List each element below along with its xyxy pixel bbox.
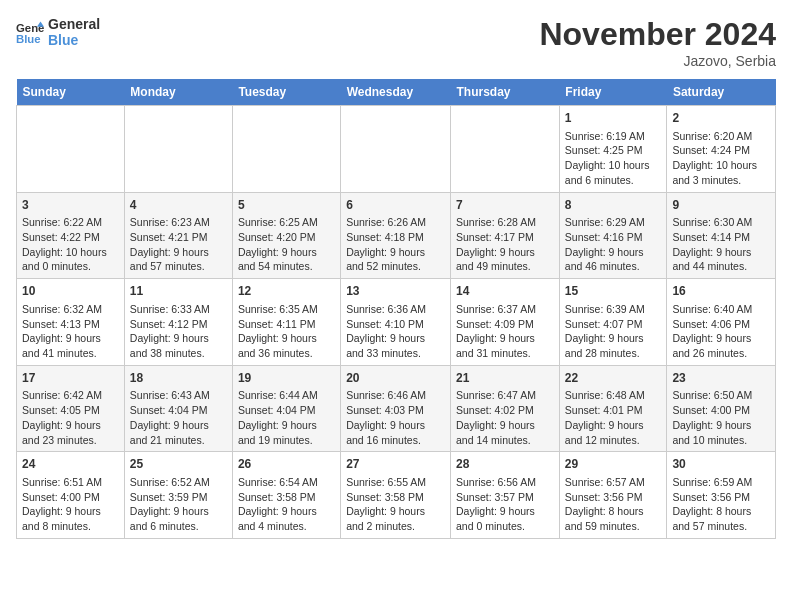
day-info: Daylight: 10 hours and 0 minutes. bbox=[22, 245, 119, 274]
day-info: Sunset: 4:05 PM bbox=[22, 403, 119, 418]
day-number: 18 bbox=[130, 370, 227, 387]
day-info: Daylight: 9 hours and 46 minutes. bbox=[565, 245, 662, 274]
calendar-cell: 27Sunrise: 6:55 AMSunset: 3:58 PMDayligh… bbox=[341, 452, 451, 539]
day-number: 30 bbox=[672, 456, 770, 473]
day-info: Sunrise: 6:39 AM bbox=[565, 302, 662, 317]
calendar-cell: 11Sunrise: 6:33 AMSunset: 4:12 PMDayligh… bbox=[124, 279, 232, 366]
day-info: Sunrise: 6:29 AM bbox=[565, 215, 662, 230]
day-info: Daylight: 10 hours and 3 minutes. bbox=[672, 158, 770, 187]
month-title: November 2024 bbox=[539, 16, 776, 53]
day-number: 27 bbox=[346, 456, 445, 473]
day-info: Sunset: 4:02 PM bbox=[456, 403, 554, 418]
day-info: Daylight: 9 hours and 14 minutes. bbox=[456, 418, 554, 447]
calendar-cell: 21Sunrise: 6:47 AMSunset: 4:02 PMDayligh… bbox=[451, 365, 560, 452]
day-info: Sunrise: 6:20 AM bbox=[672, 129, 770, 144]
day-info: Sunset: 4:04 PM bbox=[238, 403, 335, 418]
day-info: Sunset: 4:20 PM bbox=[238, 230, 335, 245]
logo-line1: General bbox=[48, 16, 100, 32]
calendar-cell: 29Sunrise: 6:57 AMSunset: 3:56 PMDayligh… bbox=[559, 452, 667, 539]
day-info: Sunset: 3:58 PM bbox=[238, 490, 335, 505]
logo-icon: General Blue bbox=[16, 18, 44, 46]
calendar-cell: 5Sunrise: 6:25 AMSunset: 4:20 PMDaylight… bbox=[232, 192, 340, 279]
day-number: 25 bbox=[130, 456, 227, 473]
day-number: 2 bbox=[672, 110, 770, 127]
day-info: Sunrise: 6:50 AM bbox=[672, 388, 770, 403]
day-number: 28 bbox=[456, 456, 554, 473]
day-info: Sunset: 4:16 PM bbox=[565, 230, 662, 245]
day-info: Sunset: 4:04 PM bbox=[130, 403, 227, 418]
day-info: Daylight: 9 hours and 57 minutes. bbox=[130, 245, 227, 274]
day-number: 11 bbox=[130, 283, 227, 300]
calendar-cell: 18Sunrise: 6:43 AMSunset: 4:04 PMDayligh… bbox=[124, 365, 232, 452]
calendar-cell: 30Sunrise: 6:59 AMSunset: 3:56 PMDayligh… bbox=[667, 452, 776, 539]
location: Jazovo, Serbia bbox=[539, 53, 776, 69]
calendar-cell: 25Sunrise: 6:52 AMSunset: 3:59 PMDayligh… bbox=[124, 452, 232, 539]
day-info: Sunrise: 6:32 AM bbox=[22, 302, 119, 317]
day-info: Sunrise: 6:30 AM bbox=[672, 215, 770, 230]
day-info: Sunset: 4:01 PM bbox=[565, 403, 662, 418]
day-number: 26 bbox=[238, 456, 335, 473]
day-info: Sunrise: 6:23 AM bbox=[130, 215, 227, 230]
day-info: Sunrise: 6:47 AM bbox=[456, 388, 554, 403]
day-info: Sunrise: 6:36 AM bbox=[346, 302, 445, 317]
day-number: 20 bbox=[346, 370, 445, 387]
calendar-cell bbox=[451, 106, 560, 193]
header-row: SundayMondayTuesdayWednesdayThursdayFrid… bbox=[17, 79, 776, 106]
calendar-table: SundayMondayTuesdayWednesdayThursdayFrid… bbox=[16, 79, 776, 539]
day-info: Daylight: 9 hours and 41 minutes. bbox=[22, 331, 119, 360]
day-info: Sunrise: 6:26 AM bbox=[346, 215, 445, 230]
calendar-week-row: 1Sunrise: 6:19 AMSunset: 4:25 PMDaylight… bbox=[17, 106, 776, 193]
day-info: Daylight: 9 hours and 16 minutes. bbox=[346, 418, 445, 447]
day-info: Sunrise: 6:55 AM bbox=[346, 475, 445, 490]
day-info: Sunset: 4:22 PM bbox=[22, 230, 119, 245]
day-info: Daylight: 9 hours and 4 minutes. bbox=[238, 504, 335, 533]
calendar-cell: 26Sunrise: 6:54 AMSunset: 3:58 PMDayligh… bbox=[232, 452, 340, 539]
day-info: Daylight: 9 hours and 36 minutes. bbox=[238, 331, 335, 360]
weekday-header: Saturday bbox=[667, 79, 776, 106]
calendar-cell: 9Sunrise: 6:30 AMSunset: 4:14 PMDaylight… bbox=[667, 192, 776, 279]
day-info: Sunrise: 6:44 AM bbox=[238, 388, 335, 403]
calendar-cell: 10Sunrise: 6:32 AMSunset: 4:13 PMDayligh… bbox=[17, 279, 125, 366]
weekday-header: Sunday bbox=[17, 79, 125, 106]
day-info: Sunrise: 6:43 AM bbox=[130, 388, 227, 403]
calendar-cell: 19Sunrise: 6:44 AMSunset: 4:04 PMDayligh… bbox=[232, 365, 340, 452]
svg-text:Blue: Blue bbox=[16, 33, 41, 45]
calendar-cell: 8Sunrise: 6:29 AMSunset: 4:16 PMDaylight… bbox=[559, 192, 667, 279]
logo: General Blue General Blue bbox=[16, 16, 100, 48]
day-info: Sunset: 4:13 PM bbox=[22, 317, 119, 332]
day-info: Sunrise: 6:46 AM bbox=[346, 388, 445, 403]
day-info: Sunrise: 6:19 AM bbox=[565, 129, 662, 144]
day-info: Sunset: 3:57 PM bbox=[456, 490, 554, 505]
day-number: 29 bbox=[565, 456, 662, 473]
day-info: Sunset: 4:07 PM bbox=[565, 317, 662, 332]
day-info: Daylight: 9 hours and 49 minutes. bbox=[456, 245, 554, 274]
calendar-cell: 22Sunrise: 6:48 AMSunset: 4:01 PMDayligh… bbox=[559, 365, 667, 452]
calendar-header: SundayMondayTuesdayWednesdayThursdayFrid… bbox=[17, 79, 776, 106]
calendar-cell bbox=[124, 106, 232, 193]
calendar-week-row: 24Sunrise: 6:51 AMSunset: 4:00 PMDayligh… bbox=[17, 452, 776, 539]
calendar-cell bbox=[17, 106, 125, 193]
day-number: 14 bbox=[456, 283, 554, 300]
calendar-cell bbox=[232, 106, 340, 193]
calendar-cell: 24Sunrise: 6:51 AMSunset: 4:00 PMDayligh… bbox=[17, 452, 125, 539]
day-info: Daylight: 9 hours and 38 minutes. bbox=[130, 331, 227, 360]
day-info: Sunrise: 6:28 AM bbox=[456, 215, 554, 230]
day-info: Sunset: 4:03 PM bbox=[346, 403, 445, 418]
day-number: 22 bbox=[565, 370, 662, 387]
day-info: Daylight: 9 hours and 23 minutes. bbox=[22, 418, 119, 447]
day-info: Sunrise: 6:22 AM bbox=[22, 215, 119, 230]
day-info: Sunset: 4:00 PM bbox=[22, 490, 119, 505]
weekday-header: Friday bbox=[559, 79, 667, 106]
day-info: Sunset: 3:56 PM bbox=[672, 490, 770, 505]
weekday-header: Thursday bbox=[451, 79, 560, 106]
calendar-cell: 12Sunrise: 6:35 AMSunset: 4:11 PMDayligh… bbox=[232, 279, 340, 366]
day-number: 12 bbox=[238, 283, 335, 300]
day-info: Daylight: 9 hours and 54 minutes. bbox=[238, 245, 335, 274]
day-info: Daylight: 9 hours and 26 minutes. bbox=[672, 331, 770, 360]
weekday-header: Wednesday bbox=[341, 79, 451, 106]
title-block: November 2024 Jazovo, Serbia bbox=[539, 16, 776, 69]
calendar-cell: 4Sunrise: 6:23 AMSunset: 4:21 PMDaylight… bbox=[124, 192, 232, 279]
calendar-cell: 15Sunrise: 6:39 AMSunset: 4:07 PMDayligh… bbox=[559, 279, 667, 366]
day-info: Sunset: 4:09 PM bbox=[456, 317, 554, 332]
day-info: Daylight: 9 hours and 12 minutes. bbox=[565, 418, 662, 447]
